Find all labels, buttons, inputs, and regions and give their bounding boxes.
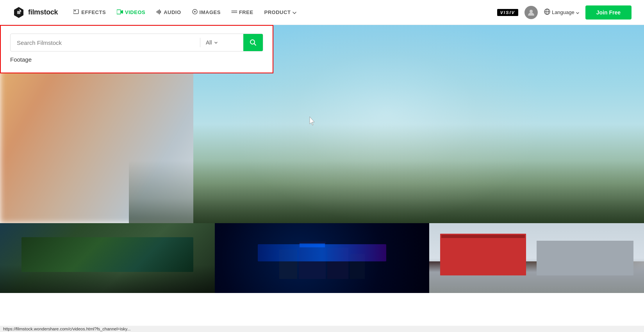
svg-marker-6	[121, 10, 123, 14]
search-submit-button[interactable]	[243, 34, 263, 51]
user-icon	[528, 9, 535, 16]
brand-name: filmstock	[28, 8, 58, 16]
thumb-2-billboard	[258, 244, 387, 262]
svg-line-28	[254, 44, 256, 46]
audio-icon	[156, 9, 162, 16]
svg-point-23	[530, 10, 533, 13]
globe-icon	[544, 9, 550, 16]
nav-free[interactable]: FREE	[232, 9, 253, 15]
svg-rect-2	[17, 11, 20, 14]
svg-rect-8	[158, 10, 159, 14]
svg-rect-9	[159, 9, 160, 14]
nav-effects[interactable]: EFFECTS	[73, 9, 106, 16]
svg-point-16	[232, 12, 232, 13]
language-chevron-icon	[576, 9, 579, 15]
category-dropdown[interactable]: All	[200, 39, 243, 46]
search-bar-container: All	[10, 34, 263, 51]
thumb-1-content	[21, 237, 193, 272]
hero-woman-area	[225, 25, 548, 223]
svg-point-14	[233, 11, 234, 11]
svg-rect-5	[117, 10, 121, 14]
svg-point-20	[236, 11, 237, 11]
footage-tag: Footage	[10, 56, 32, 63]
nav-product[interactable]: PRODUCT	[264, 9, 297, 15]
thumb-3-bg-building	[537, 241, 633, 276]
nav-effects-label: EFFECTS	[81, 9, 106, 15]
thumbnail-strip	[0, 223, 644, 293]
video-icon	[117, 9, 123, 16]
chevron-down-icon	[293, 9, 296, 15]
nav-audio[interactable]: AUDIO	[156, 9, 181, 16]
search-overlay: All Footage	[0, 25, 273, 73]
svg-point-15	[234, 11, 235, 11]
nav-right: VISIV Language Join Free	[497, 5, 632, 20]
language-selector[interactable]: Language	[544, 9, 579, 16]
join-free-button[interactable]: Join Free	[585, 5, 632, 20]
thumbnail-3[interactable]	[429, 223, 644, 293]
nav-product-label: PRODUCT	[264, 9, 291, 15]
svg-rect-4	[74, 10, 76, 11]
category-label: All	[206, 39, 212, 46]
svg-point-19	[235, 11, 236, 11]
svg-point-18	[234, 12, 235, 13]
category-chevron-icon	[214, 42, 218, 44]
thumbnail-2[interactable]	[215, 223, 430, 293]
svg-rect-7	[157, 11, 157, 13]
logo-icon	[12, 6, 25, 19]
logo-svg	[12, 6, 25, 19]
user-avatar-button[interactable]	[524, 6, 538, 19]
free-icon	[232, 9, 237, 15]
svg-rect-10	[160, 11, 161, 13]
svg-point-12	[194, 11, 196, 12]
logo[interactable]: filmstock	[12, 6, 58, 19]
nav-links: EFFECTS VIDEOS AUDIO	[73, 9, 497, 16]
nav-images[interactable]: IMAGES	[192, 9, 221, 16]
search-input[interactable]	[11, 39, 200, 46]
images-icon	[192, 9, 198, 16]
nav-videos-label: VIDEOS	[125, 9, 145, 15]
thumb-3-red-building	[440, 234, 526, 275]
partner-badge: VISIV	[497, 9, 518, 16]
nav-images-label: IMAGES	[200, 9, 221, 15]
svg-point-22	[236, 12, 237, 13]
effects-icon	[73, 9, 79, 16]
nav-free-label: FREE	[239, 9, 253, 15]
nav-audio-label: AUDIO	[164, 9, 181, 15]
svg-rect-3	[73, 9, 78, 14]
thumbnail-1[interactable]	[0, 223, 215, 293]
navbar: filmstock EFFECTS VIDEOS	[0, 0, 644, 25]
search-icon	[250, 39, 257, 46]
svg-point-21	[235, 12, 236, 13]
svg-point-17	[233, 12, 234, 13]
svg-point-13	[232, 11, 232, 11]
language-label: Language	[552, 9, 574, 15]
nav-videos[interactable]: VIDEOS	[117, 9, 145, 16]
